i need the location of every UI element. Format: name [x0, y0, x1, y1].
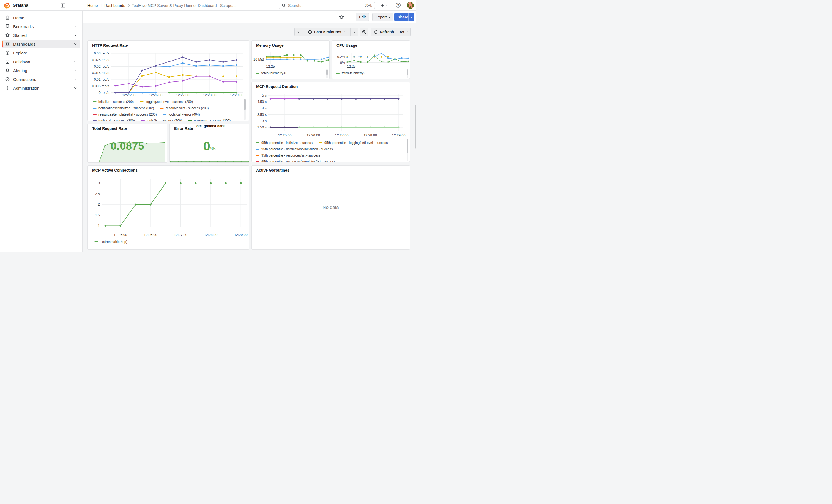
mcp-active-connections-chart[interactable]: 12:25:0012:26:0012:27:0012:28:0012:29:00…	[88, 166, 249, 249]
panel-title[interactable]: MCP Active Connections	[92, 168, 137, 173]
bookmark-icon	[5, 24, 10, 29]
chevron-down-icon[interactable]	[74, 60, 77, 62]
svg-text:4.50 s: 4.50 s	[257, 100, 267, 104]
refresh-interval-dropdown[interactable]: 5s	[397, 27, 411, 36]
plus-icon	[381, 3, 385, 7]
time-shift-forward-button[interactable]	[350, 27, 359, 36]
chevron-down-icon[interactable]	[74, 33, 77, 36]
favorite-star-icon[interactable]	[338, 14, 344, 20]
legend-color-marker	[141, 120, 145, 121]
legend-row: fetch-telemetry-0	[256, 71, 286, 76]
floating-datasource-label: otel-grafana-dark	[197, 124, 225, 128]
sidebar-item-administration[interactable]: Administration	[2, 84, 80, 92]
legend-color-marker	[319, 142, 322, 143]
sidebar-item-explore[interactable]: Explore	[2, 48, 80, 57]
svg-text:0.025 req/s: 0.025 req/s	[92, 58, 109, 62]
panel-title[interactable]: Total Request Rate	[92, 126, 127, 131]
export-button[interactable]: Export	[372, 13, 393, 21]
legend-item[interactable]: - (streamable-http)	[94, 240, 127, 244]
panel-mcp-active-connections: MCP Active Connections 12:25:0012:26:001…	[87, 165, 249, 249]
legend-scrollbar[interactable]	[326, 69, 328, 75]
time-range-picker[interactable]: Last 5 minutes	[302, 27, 350, 36]
chevron-right-icon	[353, 31, 356, 33]
panel-total-request-rate: Total Request Rate 0.0875	[87, 124, 167, 163]
svg-text:12:29:00: 12:29:00	[234, 233, 248, 237]
svg-text:3 s: 3 s	[262, 119, 267, 123]
grafana-logo-icon[interactable]	[4, 2, 10, 9]
svg-text:12:28:00: 12:28:00	[204, 233, 218, 237]
breadcrumb-item[interactable]: Home	[87, 3, 98, 8]
legend-item[interactable]: 95th percentile - resources/list - succe…	[256, 154, 320, 157]
app-title: Grafana	[12, 3, 28, 7]
panel-active-goroutines: Active Goroutines No data	[252, 165, 410, 249]
svg-text:0.02 req/s: 0.02 req/s	[94, 65, 109, 69]
chevron-down-icon[interactable]	[74, 69, 77, 71]
time-shift-back-button[interactable]	[294, 27, 302, 36]
sidebar-item-starred[interactable]: Starred	[2, 31, 80, 39]
breadcrumb-item[interactable]: Dashboards	[104, 3, 125, 8]
refresh-button[interactable]: Refresh	[371, 27, 397, 36]
sidebar-item-dashboards[interactable]: Dashboards	[2, 39, 80, 48]
svg-text:12:27:00: 12:27:00	[176, 93, 189, 97]
star-icon	[5, 33, 10, 38]
breadcrumb-separator-icon	[127, 4, 130, 6]
search-input[interactable]: ⌘+k	[279, 2, 375, 9]
sidebar-item-label: Connections	[13, 77, 36, 82]
legend-scrollbar[interactable]	[407, 69, 408, 75]
sidebar-item-drilldown[interactable]: Drilldown	[2, 57, 80, 66]
legend-color-marker	[93, 108, 97, 109]
legend-item[interactable]: 95th percentile - initialize - success	[256, 141, 313, 145]
legend-item[interactable]: notifications/initialized - success (202…	[93, 106, 154, 110]
legend-scrollbar[interactable]	[407, 139, 408, 153]
panel-title[interactable]: MCP Request Duration	[256, 84, 298, 89]
svg-text:1: 1	[98, 224, 100, 228]
zoom-out-button[interactable]	[360, 27, 368, 36]
panel-title[interactable]: Memory Usage	[256, 43, 284, 48]
legend-item[interactable]: resources/templates/list - success (200)	[93, 112, 157, 116]
chevron-down-icon[interactable]	[74, 25, 77, 27]
legend-item[interactable]: logging/setLevel - success (200)	[140, 100, 193, 104]
sidebar-item-alerting[interactable]: Alerting	[2, 66, 80, 75]
legend-item[interactable]: fetch-telemetry-0	[256, 71, 286, 75]
svg-text:12:25:00: 12:25:00	[278, 133, 292, 137]
legend-item[interactable]: initialize - success (200)	[93, 100, 134, 104]
dashboard-toolbar: Edit Export Share	[82, 11, 416, 23]
panel-title[interactable]: Error Rate	[174, 126, 193, 131]
legend-item[interactable]: fetch-telemetry-0	[336, 71, 366, 75]
svg-text:3: 3	[98, 181, 100, 185]
legend-row: resources/templates/list - success (200)…	[93, 111, 231, 117]
legend-row: initialize - success (200)logging/setLev…	[93, 99, 231, 105]
legend-item[interactable]: unknown - success (200)	[188, 119, 231, 121]
legend-item[interactable]: resources/list - success (200)	[160, 106, 209, 110]
help-button[interactable]: ?	[395, 2, 401, 8]
sidebar-item-connections[interactable]: Connections	[2, 75, 80, 84]
edit-button[interactable]: Edit	[356, 13, 369, 21]
search-field[interactable]	[288, 3, 362, 8]
chevron-down-icon[interactable]	[74, 78, 77, 80]
add-new-button[interactable]	[381, 2, 387, 8]
chevron-down-icon[interactable]	[74, 86, 77, 88]
chevron-down-icon[interactable]	[74, 43, 77, 45]
stat-value: 0	[203, 139, 210, 154]
panel-title[interactable]: HTTP Request Rate	[92, 43, 128, 48]
legend-scrollbar[interactable]	[244, 99, 246, 110]
legend-item[interactable]: 95th percentile - resources/templates/li…	[256, 160, 335, 162]
page-scrollbar[interactable]	[415, 105, 416, 149]
panel-title[interactable]: CPU Usage	[337, 43, 357, 48]
no-data-message: No data	[252, 166, 410, 249]
user-avatar[interactable]	[407, 2, 414, 9]
sidebar-item-bookmarks[interactable]: Bookmarks	[2, 22, 80, 31]
chevron-left-icon	[297, 31, 300, 33]
dock-menu-icon[interactable]	[60, 2, 66, 8]
legend-item[interactable]: 95th percentile - notifications/initiali…	[256, 147, 333, 151]
legend-color-marker	[93, 101, 97, 102]
legend-item[interactable]: 95th percentile - logging/setLevel - suc…	[319, 141, 388, 145]
legend-item[interactable]: tools/list - success (200)	[141, 119, 182, 121]
sidebar-item-home[interactable]: Home	[2, 13, 80, 22]
panel-title[interactable]: Active Goroutines	[256, 168, 289, 173]
svg-text:0.2%: 0.2%	[337, 55, 345, 59]
legend-item[interactable]: tools/call - error (404)	[163, 112, 200, 116]
legend-color-marker	[160, 108, 164, 109]
legend-item[interactable]: tools/call - success (200)	[93, 119, 135, 121]
share-dropdown-button[interactable]	[408, 13, 414, 21]
